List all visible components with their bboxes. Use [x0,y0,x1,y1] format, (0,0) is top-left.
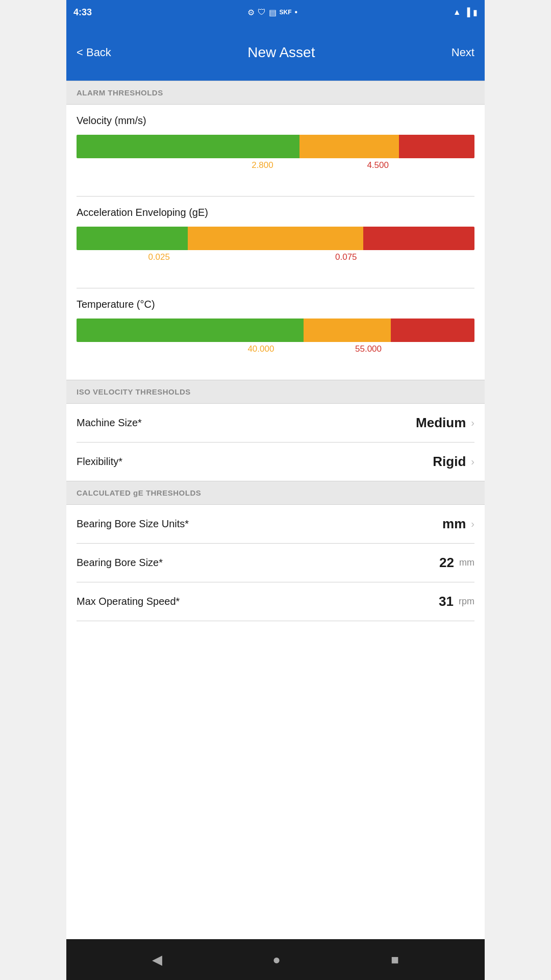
status-right-icons: ▲ ▐ ▮ [453,8,478,17]
bearing-bore-size-value-container: 22 mm [439,555,474,571]
main-content: Velocity (mm/s) 2.800 4.500 Acceleration… [66,105,485,939]
machine-size-label: Machine Size* [77,417,142,429]
bearing-bore-units-row[interactable]: Bearing Bore Size Units* mm › [66,505,485,543]
acceleration-threshold: Acceleration Enveloping (gE) 0.025 0.075 [66,197,485,288]
shield-icon: 🛡 [258,8,266,17]
max-speed-value-container: 31 rpm [439,594,474,609]
flexibility-label: Flexibility* [77,456,122,468]
acceleration-bar [77,227,474,250]
velocity-threshold: Velocity (mm/s) 2.800 4.500 [66,105,485,196]
flexibility-chevron: › [471,456,474,468]
machine-size-value: Medium [416,415,466,431]
bearing-bore-size-label: Bearing Bore Size* [77,557,163,569]
velocity-marker2: 4.500 [367,160,389,170]
flexibility-row[interactable]: Flexibility* Rigid › [66,443,485,481]
divider-6 [77,621,474,621]
velocity-bar [77,135,474,158]
max-speed-value: 31 [439,594,454,609]
bearing-bore-size-unit: mm [459,557,474,568]
temperature-red [391,318,474,342]
machine-size-row[interactable]: Machine Size* Medium › [66,404,485,442]
bearing-bore-units-chevron: › [471,518,474,530]
temperature-orange [304,318,391,342]
skf-label: SKF [280,9,292,16]
alarm-thresholds-header: ALARM THRESHOLDS [66,81,485,105]
back-nav-button[interactable]: ◀ [152,952,162,968]
temperature-marker1: 40.000 [247,344,274,354]
max-speed-row[interactable]: Max Operating Speed* 31 rpm [66,582,485,621]
back-button[interactable]: < Back [77,46,111,59]
temperature-markers: 40.000 55.000 [77,344,474,359]
max-speed-unit: rpm [459,596,474,607]
bearing-bore-units-label: Bearing Bore Size Units* [77,518,189,530]
gear-icon: ⚙ [247,8,255,17]
bearing-bore-units-value: mm [442,516,466,532]
flexibility-value: Rigid [433,454,466,470]
sim-icon: ▤ [269,8,277,17]
velocity-orange [299,135,399,158]
wifi-icon: ▲ [453,8,461,17]
machine-size-value-container: Medium › [416,415,474,431]
iso-velocity-header: ISO VELOCITY THRESHOLDS [66,380,485,404]
temperature-green [77,318,304,342]
velocity-label: Velocity (mm/s) [77,115,474,127]
acceleration-orange [188,227,363,250]
temperature-marker2: 55.000 [355,344,382,354]
velocity-green [77,135,299,158]
velocity-marker1: 2.800 [252,160,273,170]
acceleration-markers: 0.025 0.075 [77,252,474,267]
acceleration-marker1: 0.025 [148,252,170,262]
bearing-bore-units-value-container: mm › [442,516,474,532]
square-nav-button[interactable]: ■ [391,952,399,968]
status-time: 4:33 [73,7,92,18]
status-bar: 4:33 ⚙ 🛡 ▤ SKF • ▲ ▐ ▮ [66,0,485,24]
status-left-icons: ⚙ 🛡 ▤ SKF • [247,8,298,17]
temperature-bar-container: 40.000 55.000 [77,318,474,359]
dot-icon: • [295,8,298,17]
max-speed-label: Max Operating Speed* [77,596,180,607]
nav-bar: < Back New Asset Next [66,24,485,81]
acceleration-label: Acceleration Enveloping (gE) [77,207,474,218]
temperature-label: Temperature (°C) [77,299,474,310]
machine-size-chevron: › [471,417,474,429]
temperature-bar [77,318,474,342]
signal-icon: ▐ [464,8,470,17]
acceleration-marker2: 0.075 [335,252,357,262]
velocity-bar-container: 2.800 4.500 [77,135,474,176]
next-button[interactable]: Next [452,46,474,59]
home-nav-button[interactable]: ● [272,952,281,968]
velocity-markers: 2.800 4.500 [77,160,474,176]
temperature-threshold: Temperature (°C) 40.000 55.000 [66,288,485,380]
calculated-ge-header: CALCULATED gE THRESHOLDS [66,481,485,505]
bearing-bore-size-row[interactable]: Bearing Bore Size* 22 mm [66,544,485,582]
battery-icon: ▮ [473,8,478,17]
acceleration-red [363,227,474,250]
acceleration-bar-container: 0.025 0.075 [77,227,474,267]
acceleration-green [77,227,188,250]
flexibility-value-container: Rigid › [433,454,474,470]
bearing-bore-size-value: 22 [439,555,454,571]
velocity-red [399,135,474,158]
page-title: New Asset [247,44,315,61]
bottom-nav: ◀ ● ■ [66,939,485,980]
